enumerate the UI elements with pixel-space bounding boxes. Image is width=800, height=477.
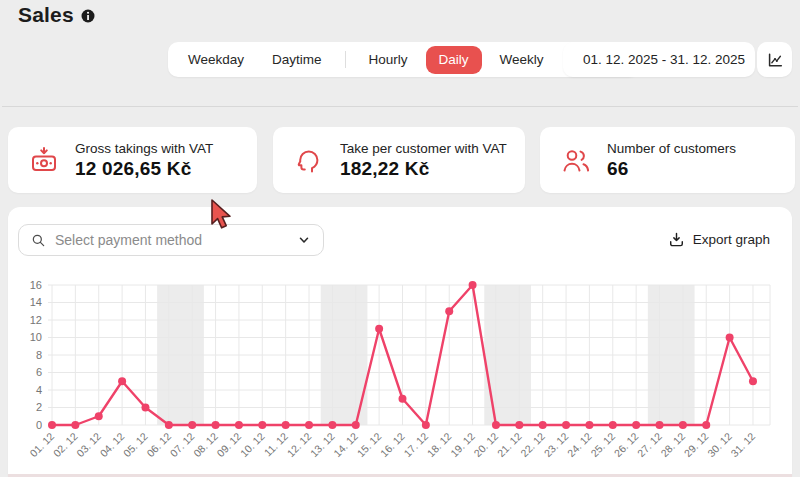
y-tick-label: 12 xyxy=(30,314,42,326)
line-chart-icon xyxy=(766,51,784,69)
payment-method-select[interactable]: Select payment method xyxy=(18,224,324,256)
x-tick-label: 15. 12 xyxy=(354,430,383,459)
data-point[interactable] xyxy=(656,421,664,429)
data-point[interactable] xyxy=(492,421,500,429)
stat-card-gross-takings: Gross takings with VAT 12 026,65 Kč xyxy=(8,127,257,193)
data-point[interactable] xyxy=(328,421,336,429)
x-tick-label: 03. 12 xyxy=(74,430,103,459)
data-point[interactable] xyxy=(422,421,430,429)
x-tick-label: 18. 12 xyxy=(425,430,454,459)
data-point[interactable] xyxy=(235,421,243,429)
data-point[interactable] xyxy=(632,421,640,429)
y-tick-label: 8 xyxy=(36,349,42,361)
stat-card-number-of-customers: Number of customers 66 xyxy=(540,127,795,193)
date-range-value: 01. 12. 2025 - 31. 12. 2025 xyxy=(583,52,745,67)
tab-weekday[interactable]: Weekday xyxy=(174,42,258,77)
data-point[interactable] xyxy=(398,395,406,403)
data-point[interactable] xyxy=(609,421,617,429)
y-tick-label: 6 xyxy=(36,366,42,378)
data-point[interactable] xyxy=(352,421,360,429)
stat-card-take-per-customer: Take per customer with VAT 182,22 Kč xyxy=(273,127,525,193)
data-point[interactable] xyxy=(515,421,523,429)
x-tick-label: 27. 12 xyxy=(635,430,664,459)
x-tick-label: 13. 12 xyxy=(308,430,337,459)
data-point[interactable] xyxy=(118,377,126,385)
stat-card-text: Take per customer with VAT 182,22 Kč xyxy=(340,141,507,180)
data-point[interactable] xyxy=(562,421,570,429)
data-point[interactable] xyxy=(585,421,593,429)
data-point[interactable] xyxy=(212,421,220,429)
y-tick-label: 16 xyxy=(30,279,42,291)
data-point[interactable] xyxy=(749,377,757,385)
x-tick-label: 30. 12 xyxy=(705,430,734,459)
y-tick-label: 10 xyxy=(30,331,42,343)
data-point[interactable] xyxy=(469,281,477,289)
data-point[interactable] xyxy=(305,421,313,429)
stat-label: Number of customers xyxy=(607,141,736,156)
sales-chart-card: Select payment method Export graph 02468… xyxy=(8,207,792,477)
x-tick-label: 16. 12 xyxy=(378,430,407,459)
data-point[interactable] xyxy=(445,307,453,315)
stat-label: Take per customer with VAT xyxy=(340,141,507,156)
x-tick-label: 11. 12 xyxy=(261,430,290,459)
page-title: Sales xyxy=(18,3,95,27)
data-point[interactable] xyxy=(188,421,196,429)
stat-value: 66 xyxy=(607,158,736,180)
stat-value: 12 026,65 Kč xyxy=(75,158,213,180)
info-icon[interactable] xyxy=(81,9,95,23)
x-tick-label: 14. 12 xyxy=(331,430,360,459)
data-point[interactable] xyxy=(539,421,547,429)
x-tick-label: 02. 12 xyxy=(51,430,80,459)
data-point[interactable] xyxy=(95,412,103,420)
x-tick-label: 12. 12 xyxy=(284,430,313,459)
x-tick-label: 28. 12 xyxy=(658,430,687,459)
tab-weekly[interactable]: Weekly xyxy=(486,42,558,77)
x-tick-label: 10. 12 xyxy=(238,430,267,459)
export-graph-button[interactable]: Export graph xyxy=(668,231,770,248)
sales-dashboard: Sales WeekdayDaytimeHourlyDailyWeeklyMon… xyxy=(0,0,800,477)
payment-method-placeholder: Select payment method xyxy=(55,232,288,248)
data-point[interactable] xyxy=(702,421,710,429)
x-tick-label: 05. 12 xyxy=(121,430,150,459)
data-point[interactable] xyxy=(282,421,290,429)
sales-line-chart[interactable]: 024681012141601. 1202. 1203. 1204. 1205.… xyxy=(8,275,792,477)
cash-deposit-icon xyxy=(28,144,60,176)
search-icon xyxy=(31,233,46,248)
data-point[interactable] xyxy=(165,421,173,429)
x-tick-label: 29. 12 xyxy=(682,430,711,459)
x-tick-label: 23. 12 xyxy=(541,430,570,459)
y-tick-label: 2 xyxy=(36,401,42,413)
y-tick-label: 14 xyxy=(30,296,42,308)
header-divider xyxy=(2,106,798,107)
data-point[interactable] xyxy=(141,404,149,412)
data-point[interactable] xyxy=(679,421,687,429)
download-icon xyxy=(668,231,685,248)
stat-label: Gross takings with VAT xyxy=(75,141,213,156)
x-tick-label: 22. 12 xyxy=(518,430,547,459)
x-tick-label: 01. 12 xyxy=(27,430,56,459)
tab-hourly[interactable]: Hourly xyxy=(355,42,422,77)
head-profile-icon xyxy=(293,144,325,176)
x-tick-label: 31. 12 xyxy=(728,430,757,459)
stat-card-text: Number of customers 66 xyxy=(607,141,736,180)
chevron-down-icon xyxy=(297,233,311,247)
x-tick-label: 07. 12 xyxy=(167,430,196,459)
x-tick-label: 25. 12 xyxy=(588,430,617,459)
chart-type-button[interactable] xyxy=(757,42,792,77)
x-tick-label: 17. 12 xyxy=(401,430,430,459)
tab-daily[interactable]: Daily xyxy=(426,46,482,74)
y-tick-label: 4 xyxy=(36,384,42,396)
x-tick-label: 19. 12 xyxy=(448,430,477,459)
export-graph-label: Export graph xyxy=(693,232,770,247)
data-point[interactable] xyxy=(71,421,79,429)
x-tick-label: 24. 12 xyxy=(565,430,594,459)
data-point[interactable] xyxy=(375,325,383,333)
x-tick-label: 04. 12 xyxy=(97,430,126,459)
data-point[interactable] xyxy=(726,334,734,342)
date-range-picker[interactable]: 01. 12. 2025 - 31. 12. 2025 xyxy=(563,42,755,77)
data-point[interactable] xyxy=(258,421,266,429)
page-title-text: Sales xyxy=(18,3,74,27)
data-point[interactable] xyxy=(48,421,56,429)
tab-daytime[interactable]: Daytime xyxy=(258,42,336,77)
stat-value: 182,22 Kč xyxy=(340,158,507,180)
